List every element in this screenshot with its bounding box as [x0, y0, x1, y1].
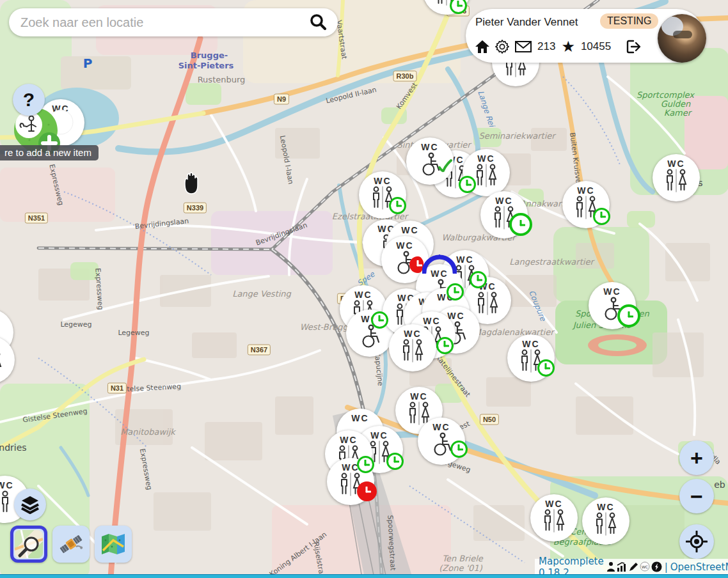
toilet-marker[interactable]: WC: [530, 494, 578, 542]
attribution-separator: |: [665, 561, 668, 573]
male-female-icon: [573, 196, 599, 220]
star-icon[interactable]: ★: [561, 40, 575, 53]
male-female-icon: [337, 473, 364, 497]
toilet-marker[interactable]: WC: [406, 137, 454, 185]
wc-label: WC: [374, 176, 391, 186]
male-female-icon: [473, 164, 500, 188]
road-shield: N9: [274, 94, 289, 105]
settings-gear-icon[interactable]: [495, 40, 509, 54]
osm-link[interactable]: OpenStreetMap: [670, 561, 728, 573]
wc-label: WC: [479, 282, 496, 292]
wc-label: WC: [423, 316, 440, 326]
toilet-marker[interactable]: WC: [463, 149, 510, 196]
male-female-icon: [369, 186, 396, 210]
wc-label: WC: [597, 503, 614, 512]
male-female-icon: [592, 512, 619, 536]
search-input[interactable]: [19, 15, 308, 31]
toilet-marker[interactable]: WC: [418, 418, 465, 465]
geolocate-crosshair-icon: [686, 531, 708, 552]
road-shield: R30b: [393, 71, 417, 82]
male-female-icon: [474, 292, 501, 316]
male-female-icon: [518, 349, 544, 373]
wc-label: WC: [401, 226, 418, 235]
testing-badge: TESTING: [600, 13, 658, 29]
wc-label: WC: [495, 196, 512, 206]
wc-label: WC: [432, 423, 450, 432]
hand-cursor-icon: [180, 171, 200, 194]
toilet-marker[interactable]: WC: [507, 334, 555, 382]
map-icon: [100, 533, 126, 556]
search-bar: [9, 8, 338, 36]
search-icon[interactable]: [308, 13, 328, 32]
wc-label: WC: [421, 143, 438, 152]
toilet-marker[interactable]: WC: [582, 497, 629, 545]
male-female-icon: [663, 169, 690, 193]
zoom-in-label: +: [690, 446, 703, 471]
toilet-marker[interactable]: WC: [327, 458, 374, 505]
wc-label: WC: [396, 241, 413, 251]
wc-label: WC: [351, 414, 368, 423]
geolocate-button[interactable]: [679, 524, 714, 559]
bottom-accent-bar: [0, 574, 728, 578]
home-icon[interactable]: [475, 40, 489, 53]
help-label: ?: [23, 89, 35, 111]
statistics-icon[interactable]: [617, 561, 628, 572]
wheelchair-icon: [356, 324, 384, 348]
messages-icon[interactable]: [515, 41, 532, 52]
background-option-satellite[interactable]: [52, 526, 90, 563]
wheelchair-icon: [416, 152, 444, 176]
osm-carto-thumbnail: [15, 530, 43, 558]
svg-text:WC: WC: [642, 565, 648, 569]
zoom-in-button[interactable]: +: [679, 441, 714, 475]
add-item-tooltip: re to add a new item: [0, 145, 99, 160]
wc-label: WC: [477, 154, 495, 164]
attribution-bar: Mapcomplete 0.18.2 WC | OpenStreetMap: [535, 559, 728, 575]
background-layer-chooser: [10, 526, 132, 563]
user-name[interactable]: Pieter Vander Vennet: [475, 16, 578, 29]
toilet-marker[interactable]: WC: [653, 154, 700, 201]
layers-icon: [20, 495, 40, 514]
background-option-map[interactable]: [95, 526, 132, 563]
wc-label: WC: [0, 481, 14, 490]
mapcomplete-app: PBrugge-Sint-PietersRustenburgVaartstraa…: [0, 0, 728, 578]
wheelchair-icon: [427, 432, 455, 457]
wc-label: WC: [667, 159, 684, 169]
wc-label: WC: [603, 287, 621, 297]
license-icon[interactable]: [651, 561, 662, 572]
edit-pencil-icon[interactable]: [628, 561, 639, 572]
zoom-out-label: −: [690, 484, 703, 509]
background-option-osm-carto[interactable]: [10, 526, 47, 563]
road-shield: N351: [25, 213, 48, 224]
wc-label: WC: [410, 392, 427, 402]
toilet-marker[interactable]: WC: [359, 171, 406, 219]
messages-count[interactable]: 213: [537, 40, 555, 53]
satellite-icon: [58, 531, 84, 557]
logout-icon[interactable]: [626, 40, 641, 54]
layers-button[interactable]: [14, 488, 46, 520]
help-button[interactable]: ?: [13, 84, 45, 116]
contributors-icon[interactable]: [606, 561, 616, 572]
star-count[interactable]: 10455: [581, 40, 611, 53]
zoom-out-button[interactable]: −: [679, 479, 714, 513]
wc-label: WC: [404, 329, 421, 339]
wheelchair-icon: [391, 251, 419, 275]
toilet-marker[interactable]: WC: [389, 324, 436, 371]
male-female-icon: [0, 351, 4, 375]
toilet-marker[interactable]: WC: [562, 181, 610, 228]
wc-label: WC: [354, 290, 372, 300]
road-shield: N50: [480, 414, 499, 425]
wc-label: WC: [370, 431, 388, 441]
male-female-icon: [433, 0, 460, 6]
wc-label: WC: [437, 293, 454, 302]
user-avatar[interactable]: [658, 14, 706, 63]
theme-wc-pin-icon[interactable]: WC: [640, 561, 651, 572]
toilet-marker[interactable]: WC: [480, 191, 528, 238]
wc-label: WC: [577, 186, 594, 196]
road-shield: N367: [248, 345, 271, 355]
wc-label: WC: [522, 340, 539, 349]
male-female-icon: [399, 339, 426, 363]
road-shield: N339: [184, 203, 207, 214]
toilet-marker[interactable]: WC: [589, 282, 636, 329]
male-female-icon: [491, 206, 518, 230]
road-shield: N31: [107, 383, 127, 394]
